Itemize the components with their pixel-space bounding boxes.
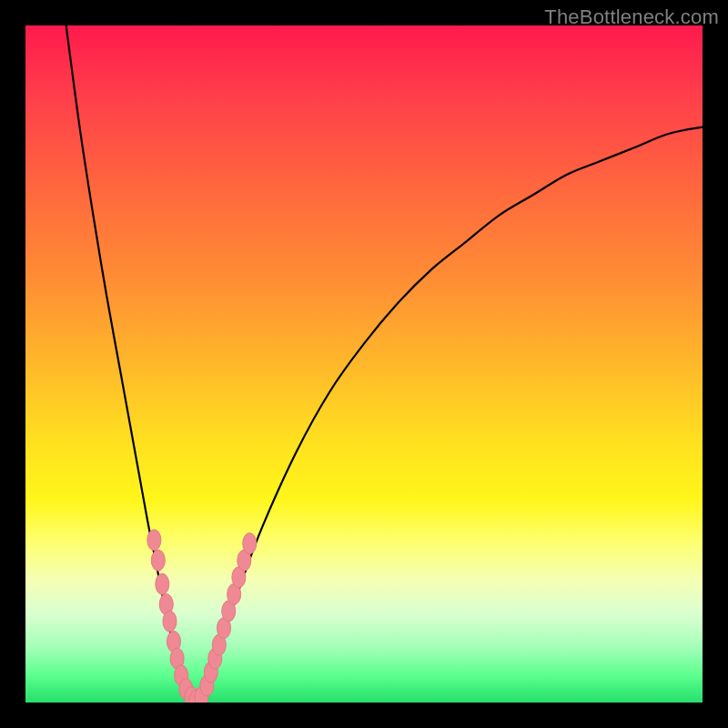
- data-marker: [243, 533, 257, 554]
- data-markers: [147, 530, 257, 703]
- curve-left: [66, 25, 195, 703]
- watermark-text: TheBottleneck.com: [544, 5, 719, 29]
- data-marker: [147, 530, 161, 551]
- data-marker: [151, 550, 165, 571]
- data-marker: [156, 573, 169, 594]
- curve-right: [195, 127, 703, 703]
- data-marker: [163, 611, 177, 632]
- chart-frame: TheBottleneck.com: [0, 0, 728, 728]
- plot-area: [25, 25, 703, 703]
- chart-svg: [25, 25, 703, 703]
